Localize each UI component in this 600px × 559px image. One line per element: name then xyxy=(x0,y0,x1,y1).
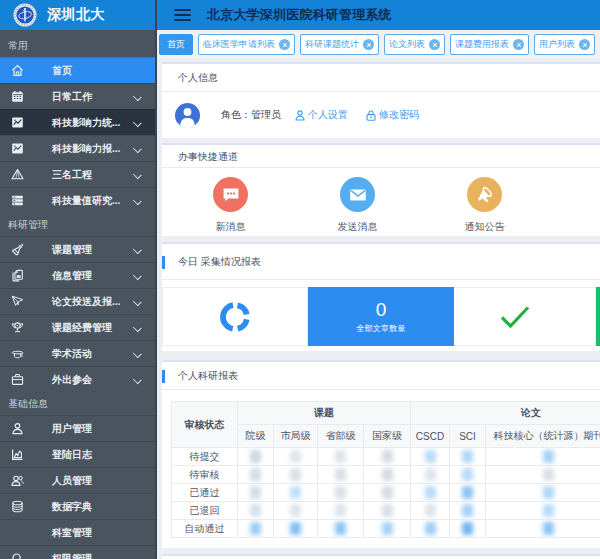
sidebar-item[interactable]: 课题经费管理 xyxy=(0,314,155,340)
col-header: 市局级 xyxy=(274,425,318,448)
sidebar-item[interactable]: 科室管理 xyxy=(0,519,155,545)
change-password-link[interactable]: 修改密码 xyxy=(366,108,419,122)
shortcut-item[interactable]: 通知公告 xyxy=(421,177,548,236)
col-header-status: 审核状态 xyxy=(172,402,238,448)
blurred-value-cell xyxy=(450,520,486,538)
tab-close-icon[interactable] xyxy=(279,39,290,50)
next-panel-edge xyxy=(162,554,600,559)
avatar xyxy=(175,103,200,128)
sidebar-item[interactable]: 科技影响力统... xyxy=(0,109,155,135)
blurred-value-cell xyxy=(486,448,600,466)
col-header: 国家级 xyxy=(364,425,411,448)
sidebar-item[interactable]: 学术活动 xyxy=(0,340,155,366)
shortcut-item[interactable]: 新消息 xyxy=(167,177,294,236)
tabs-bar: 首页临床医学申请列表科研课题统计论文列表课题费用报表用户列表 xyxy=(157,30,600,58)
sidebar-item[interactable]: 三名工程 xyxy=(0,161,155,187)
blurred-value-cell xyxy=(274,448,318,466)
tab[interactable]: 科研课题统计 xyxy=(300,34,379,55)
blurred-value xyxy=(335,504,346,517)
blurred-value xyxy=(250,450,261,463)
topbar: 北京大学深圳医院科研管理系统 xyxy=(157,0,600,30)
blurred-value-cell xyxy=(486,466,600,484)
sidebar-item[interactable]: 数据字典 xyxy=(0,493,155,519)
graduation-cap-icon xyxy=(11,347,24,360)
tab-label: 论文列表 xyxy=(389,38,425,51)
tab-label: 用户列表 xyxy=(539,38,575,51)
blurred-value-cell xyxy=(364,466,411,484)
blurred-value xyxy=(290,504,301,517)
blurred-value xyxy=(250,522,261,535)
panel-title: 个人科研报表 xyxy=(162,362,600,390)
sidebar-item[interactable]: 论文投送及报... xyxy=(0,288,155,314)
menu-section-label: 基础信息 xyxy=(0,392,155,415)
report-table-wrap: 审核状态课题论文院级市局级省部级国家级CSCDSCI科技核心（统计源）期刊待提交… xyxy=(162,390,600,548)
row-header: 待审核 xyxy=(172,466,238,484)
sidebar-item[interactable]: 信息管理 xyxy=(0,262,155,288)
blurred-value-cell xyxy=(450,466,486,484)
personal-settings-link[interactable]: 个人设置 xyxy=(295,108,348,122)
blurred-value-cell xyxy=(238,466,274,484)
tab[interactable]: 临床医学申请列表 xyxy=(198,34,295,55)
tab-close-icon[interactable] xyxy=(579,39,590,50)
blurred-value xyxy=(250,504,261,517)
tab-close-icon[interactable] xyxy=(429,39,440,50)
sidebar-item-label: 信息管理 xyxy=(52,263,92,289)
stat-strip: 0 全部文章数量 xyxy=(162,287,600,346)
sidebar-item[interactable]: 登陆日志 xyxy=(0,441,155,467)
sidebar-item-label: 科技量值研究... xyxy=(52,188,120,214)
blurred-value-cell xyxy=(238,520,274,538)
tab-close-icon[interactable] xyxy=(363,39,374,50)
tab[interactable]: 课题费用报表 xyxy=(450,34,529,55)
tab-close-icon[interactable] xyxy=(513,39,524,50)
hamburger-menu-icon[interactable] xyxy=(174,9,191,21)
tab[interactable]: 用户列表 xyxy=(534,34,595,55)
chevron-down-icon xyxy=(133,375,142,384)
sidebar-item[interactable]: 科技量值研究... xyxy=(0,187,155,213)
sidebar-item[interactable]: 日常工作 xyxy=(0,83,155,109)
sidebar-item[interactable]: 用户管理 xyxy=(0,415,155,441)
megaphone-icon xyxy=(467,177,502,212)
sidebar-item[interactable]: 外出参会 xyxy=(0,366,155,392)
sidebar-item[interactable]: 首页 xyxy=(0,57,155,83)
sidebar-item[interactable]: 课题管理 xyxy=(0,236,155,262)
chevron-down-icon xyxy=(133,245,142,254)
chevron-down-icon xyxy=(133,92,142,101)
database-icon xyxy=(11,500,24,513)
blurred-value xyxy=(543,468,554,481)
menu-section-label: 科研管理 xyxy=(0,213,155,236)
blurred-value-cell xyxy=(486,502,600,520)
sidebar-item[interactable]: 人员管理 xyxy=(0,467,155,493)
blurred-value-cell xyxy=(318,448,364,466)
app: 深圳北大 常用首页日常工作科技影响力统...科技影响力报...三名工程科技量值研… xyxy=(0,0,600,559)
sidebar-item[interactable]: 科技影响力报... xyxy=(0,135,155,161)
pyramid-icon xyxy=(11,168,24,181)
panel-quick-actions: 办事快捷通道 新消息发送消息通知公告 xyxy=(162,143,600,236)
sidebar-item-label: 三名工程 xyxy=(52,162,92,188)
chart-line-icon xyxy=(11,142,24,155)
sidebar-item-label: 用户管理 xyxy=(52,416,92,442)
shortcut-item[interactable]: 发送消息 xyxy=(294,177,421,236)
tab[interactable]: 首页 xyxy=(159,34,193,55)
sidebar-item-label: 外出参会 xyxy=(52,367,92,393)
documents-icon xyxy=(11,269,24,282)
blurred-value xyxy=(543,486,554,499)
log-chart-icon xyxy=(11,448,24,461)
shortcut-label: 新消息 xyxy=(216,220,246,234)
blurred-value-cell xyxy=(274,502,318,520)
col-header: 科技核心（统计源）期刊 xyxy=(486,425,600,448)
tab[interactable]: 论文列表 xyxy=(384,34,445,55)
list-icon xyxy=(11,194,24,207)
blurred-value-cell xyxy=(238,484,274,502)
sidebar-item-label: 科室管理 xyxy=(52,520,92,546)
blurred-value-cell xyxy=(486,484,600,502)
blurred-value xyxy=(250,468,261,481)
app-title: 北京大学深圳医院科研管理系统 xyxy=(207,6,392,24)
blurred-value-cell xyxy=(450,484,486,502)
sidebar-item[interactable]: 权限管理 xyxy=(0,545,155,559)
col-group-header: 论文 xyxy=(411,402,600,425)
tab-label: 课题费用报表 xyxy=(455,38,509,51)
stat-cell-green xyxy=(596,287,600,346)
checkmark-icon xyxy=(500,305,530,329)
blurred-value xyxy=(462,504,473,517)
blurred-value xyxy=(543,450,554,463)
